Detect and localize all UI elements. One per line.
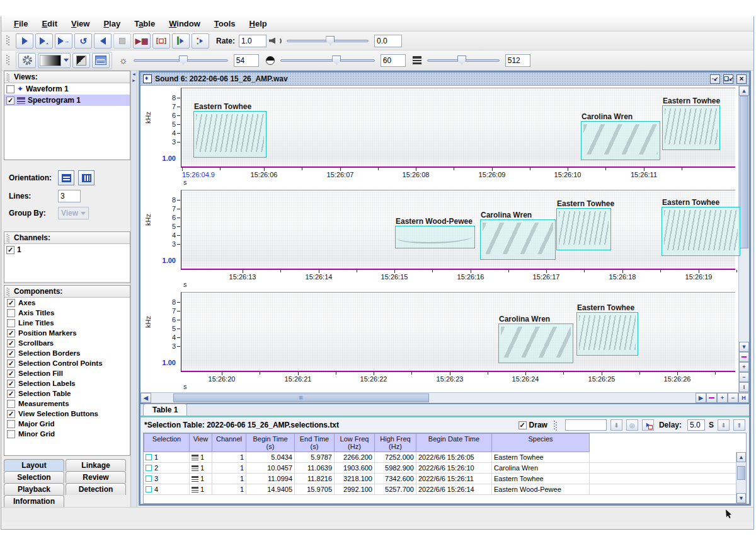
column-header-species[interactable]: Species bbox=[492, 433, 590, 452]
panel-drag-handle[interactable] bbox=[7, 288, 11, 295]
rate-input[interactable] bbox=[239, 35, 266, 47]
column-header-selection[interactable]: Selection bbox=[144, 433, 190, 452]
tab-layout[interactable]: Layout bbox=[4, 459, 64, 471]
fit-horizontal-button[interactable]: H bbox=[738, 393, 749, 403]
selection-box[interactable]: Eastern Towhee bbox=[576, 312, 638, 356]
component-line-titles[interactable]: Line Titles bbox=[4, 318, 130, 328]
component-selection-control-points[interactable]: ✓Selection Control Points bbox=[4, 358, 130, 368]
brightness-slider[interactable] bbox=[134, 55, 228, 66]
component-checkbox[interactable]: ✓ bbox=[7, 329, 15, 337]
component-checkbox[interactable] bbox=[7, 400, 15, 408]
spectrogram-view-button[interactable] bbox=[92, 53, 110, 68]
menu-view[interactable]: View bbox=[65, 18, 96, 30]
tab-review[interactable]: Review bbox=[66, 471, 126, 483]
column-header-end-time[interactable]: End Time(s) bbox=[295, 433, 335, 452]
component-checkbox[interactable]: ✓ bbox=[7, 349, 15, 358]
hscroll-thumb[interactable] bbox=[173, 393, 429, 402]
invert-colormap-button[interactable] bbox=[72, 53, 90, 68]
table-tab[interactable]: Table 1 bbox=[143, 404, 187, 416]
component-checkbox[interactable]: ✓ bbox=[7, 339, 15, 347]
play-filtered-button[interactable]: ▶▦ bbox=[133, 33, 151, 49]
component-view-selection-buttons[interactable]: ✓View Selection Buttons bbox=[4, 409, 130, 419]
play-button[interactable] bbox=[16, 33, 33, 49]
menu-help[interactable]: Help bbox=[243, 18, 273, 30]
selection-box[interactable]: Eastern Towhee bbox=[662, 105, 720, 150]
component-selection-table[interactable]: ✓Selection Table bbox=[4, 388, 130, 399]
menu-table[interactable]: Table bbox=[128, 18, 161, 30]
orientation-rows-button[interactable] bbox=[58, 170, 74, 185]
table-row[interactable]: 21110.045711.06391903.6005982.9002022/6/… bbox=[144, 463, 746, 474]
play-channels-button[interactable]: ▪▪ bbox=[192, 33, 209, 49]
menu-tools[interactable]: Tools bbox=[208, 18, 242, 30]
row-select-checkbox[interactable] bbox=[146, 465, 152, 471]
split-divider[interactable] bbox=[130, 71, 137, 507]
table-row[interactable]: 1115.04345.97872266.2007252.0002022/6/6 … bbox=[144, 452, 746, 463]
table-vscroll-thumb[interactable] bbox=[737, 466, 745, 480]
sound-window-titlebar[interactable]: Sound 6: 2022-06-06 15_26_AMP.wav ▫↙ ❏↙ … bbox=[140, 73, 749, 86]
component-major-grid[interactable]: Major Grid bbox=[4, 419, 130, 429]
selection-box[interactable]: Carolina Wren bbox=[498, 323, 573, 363]
play-visible-button[interactable] bbox=[172, 33, 190, 49]
component-scrollbars[interactable]: ✓Scrollbars bbox=[4, 338, 130, 348]
orientation-columns-button[interactable] bbox=[78, 170, 94, 185]
table-scroll-up-icon[interactable]: ▲ bbox=[736, 452, 746, 462]
component-checkbox[interactable]: ✓ bbox=[7, 359, 15, 368]
selection-box[interactable]: Carolina Wren bbox=[581, 121, 660, 160]
window-size-slider[interactable] bbox=[427, 55, 500, 66]
menu-play[interactable]: Play bbox=[97, 18, 127, 30]
zoom-in-h-button[interactable]: + bbox=[717, 393, 728, 403]
selection-box[interactable]: Eastern Towhee bbox=[193, 111, 266, 158]
lines-input[interactable] bbox=[58, 190, 81, 202]
view-item-waveform-1[interactable]: ✦Waveform 1 bbox=[4, 83, 130, 95]
components-panel-header[interactable]: Components: bbox=[4, 286, 130, 298]
menu-file[interactable]: File bbox=[8, 18, 34, 30]
tab-linkage[interactable]: Linkage bbox=[66, 459, 126, 471]
spectrogram-plot[interactable]: Eastern TowheeCarolina WrenEastern Towhe… bbox=[181, 88, 735, 168]
column-header-view[interactable]: View bbox=[190, 433, 212, 452]
row-select-checkbox[interactable] bbox=[146, 454, 152, 460]
channel-item[interactable]: ✓1 bbox=[4, 244, 130, 255]
draw-checkbox[interactable]: ✓ bbox=[518, 421, 527, 429]
selection-box[interactable]: Carolina Wren bbox=[480, 219, 556, 260]
selection-box[interactable]: Eastern Towhee bbox=[662, 207, 740, 256]
channels-panel-header[interactable]: Channels: bbox=[4, 232, 130, 244]
row-select-checkbox[interactable] bbox=[146, 475, 152, 482]
component-checkbox[interactable] bbox=[7, 430, 15, 438]
view-item-spectrogram-1[interactable]: ✓Spectrogram 1 bbox=[4, 95, 130, 106]
table-toolbar-handle[interactable] bbox=[554, 421, 559, 429]
panel-drag-handle[interactable] bbox=[7, 234, 11, 242]
tab-information[interactable]: Information bbox=[4, 495, 64, 507]
table-row[interactable]: 41114.940515.97052992.1005257.7002022/6/… bbox=[144, 484, 746, 495]
annotation-input[interactable] bbox=[565, 419, 607, 431]
menu-window[interactable]: Window bbox=[163, 18, 207, 30]
spectrogram-settings-button[interactable] bbox=[18, 53, 36, 68]
delay-down-button[interactable]: ⬇ bbox=[718, 419, 730, 431]
component-position-markers[interactable]: ✓Position Markers bbox=[4, 328, 130, 338]
position-marker-h-button[interactable] bbox=[706, 393, 717, 403]
row-select-checkbox[interactable] bbox=[146, 486, 152, 492]
panel-drag-handle[interactable] bbox=[7, 73, 11, 81]
tab-detection[interactable]: Detection bbox=[66, 483, 126, 495]
delay-input[interactable] bbox=[687, 419, 705, 431]
component-selection-fill[interactable]: ✓Selection Fill bbox=[4, 368, 130, 378]
component-axes[interactable]: ✓Axes bbox=[4, 298, 130, 308]
component-checkbox[interactable] bbox=[7, 420, 15, 428]
volume-slider[interactable] bbox=[287, 36, 369, 46]
component-checkbox[interactable]: ✓ bbox=[7, 370, 15, 378]
colormap-select[interactable] bbox=[38, 53, 71, 68]
selection-box[interactable]: Eastern Wood-Pewee bbox=[395, 226, 475, 248]
tab-selection[interactable]: Selection bbox=[4, 471, 64, 483]
table-row[interactable]: 31111.099411.82163218.1007342.6002022/6/… bbox=[144, 474, 746, 484]
restore-button[interactable]: ❏↙ bbox=[723, 74, 733, 84]
column-header-begin-time[interactable]: Begin Time(s) bbox=[246, 433, 295, 452]
play-forward-button[interactable]: → bbox=[55, 33, 72, 49]
selection-box[interactable]: Eastern Towhee bbox=[556, 208, 611, 250]
play-row-button[interactable] bbox=[642, 419, 654, 431]
component-checkbox[interactable]: ✓ bbox=[7, 299, 15, 307]
snap-button[interactable]: ◎ bbox=[626, 419, 638, 431]
close-button[interactable]: × bbox=[736, 74, 747, 84]
component-selection-labels[interactable]: ✓Selection Labels bbox=[4, 378, 130, 388]
column-header-low-freq[interactable]: Low Freq(Hz) bbox=[335, 433, 375, 452]
views-panel-header[interactable]: Views: bbox=[4, 71, 130, 83]
play-reverse-button[interactable] bbox=[94, 33, 112, 49]
